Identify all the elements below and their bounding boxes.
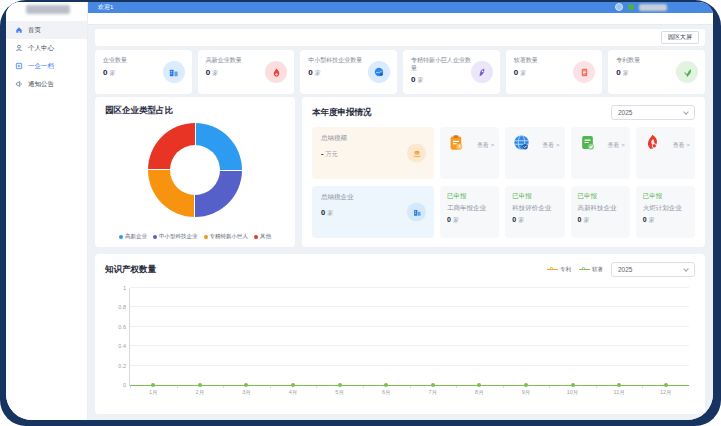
x-axis-tick-label: 4月 — [289, 389, 298, 396]
total-tax-card: 总纳税额 -万元 — [312, 127, 434, 179]
stat-label: 高新企业数量 — [206, 57, 268, 65]
category-status-card: 已申报 工商年报企业 0家 — [440, 186, 499, 238]
category-view-card: 查看 > — [505, 127, 564, 179]
total-tax-unit: 万元 — [326, 151, 338, 157]
data-point[interactable] — [617, 383, 621, 387]
category-name: 高新科技企业 — [578, 204, 623, 213]
app-window: 欢迎1 首页 个人中心 一企一档 — [0, 0, 721, 426]
username-redacted — [639, 4, 667, 11]
stat-unit: 家 — [212, 70, 218, 76]
category-unit: 家 — [518, 217, 524, 223]
y-axis-tick-label: 0.4 — [102, 343, 126, 349]
category-col-annual-report: 查看 > 已申报 工商年报企业 0家 — [440, 127, 499, 238]
y-axis-tick-label: 1 — [102, 285, 126, 291]
x-axis-tick-label: 9月 — [522, 389, 531, 396]
y-axis-tick-label: 0.2 — [102, 363, 126, 369]
view-link[interactable]: 查看 > — [477, 141, 494, 150]
category-col-tech-evaluation: 查看 > 已申报 科技评价企业 0家 — [505, 127, 564, 238]
total-tax-companies-label: 总纳税企业 — [321, 193, 425, 202]
legend-item-hightech[interactable]: 高新企业 — [119, 233, 147, 240]
ip-year-select[interactable]: 2025 — [611, 262, 695, 277]
sidebar-item-enterprise-archive[interactable]: 一企一档 — [6, 57, 87, 75]
stat-card-patents: 专利数量 0家 — [608, 50, 705, 94]
chevron-down-icon — [683, 266, 689, 272]
data-point[interactable] — [338, 383, 342, 387]
legend-item-sme-tech[interactable]: 中小型科技企业 — [153, 233, 198, 240]
stat-value: 0 — [206, 68, 210, 77]
stat-unit: 家 — [520, 70, 526, 76]
report-year-select[interactable]: 2025 — [611, 105, 695, 120]
logo — [26, 5, 70, 14]
sidebar-item-home[interactable]: 首页 — [6, 21, 87, 39]
sidebar-item-notices[interactable]: 通知公告 — [6, 75, 87, 93]
total-tax-companies-card: 总纳税企业 0家 — [312, 186, 434, 238]
stat-value: 0 — [411, 75, 415, 84]
y-axis-tick-label: 0.8 — [102, 304, 126, 310]
home-icon — [15, 26, 23, 34]
data-point[interactable] — [571, 383, 575, 387]
gridline — [130, 306, 689, 307]
total-tax-value: - — [321, 149, 324, 158]
total-tax-companies-unit: 家 — [327, 210, 333, 216]
legend-item-patent[interactable]: 专利 — [547, 266, 571, 273]
category-value: 0 — [447, 216, 451, 223]
data-point[interactable] — [291, 383, 295, 387]
category-name: 工商年报企业 — [447, 204, 492, 213]
x-axis-tick-label: 7月 — [429, 389, 438, 396]
category-status: 已申报 — [512, 192, 557, 201]
gridline — [130, 326, 689, 327]
view-link[interactable]: 查看 > — [673, 141, 690, 150]
data-point[interactable] — [431, 383, 435, 387]
category-status: 已申报 — [578, 192, 623, 201]
data-point[interactable] — [524, 383, 528, 387]
avatar[interactable] — [615, 3, 623, 11]
category-status-card: 已申报 高新科技企业 0家 — [571, 186, 630, 238]
leaf-icon — [676, 61, 698, 83]
sidebar-item-label: 通知公告 — [28, 80, 54, 89]
data-point[interactable] — [477, 383, 481, 387]
app-frame: 欢迎1 首页 个人中心 一企一档 — [6, 2, 713, 420]
data-point[interactable] — [244, 383, 248, 387]
data-point[interactable] — [151, 383, 155, 387]
x-axis-tick-label: 3月 — [242, 389, 251, 396]
category-value: 0 — [512, 216, 516, 223]
stat-label: 中小型科技企业数量 — [308, 57, 370, 65]
donut-legend: 高新企业 中小型科技企业 专精特新小巨人 其他 — [95, 233, 295, 240]
legend-item-other[interactable]: 其他 — [254, 233, 271, 240]
buildings-icon — [163, 61, 185, 83]
category-view-card: 查看 > — [636, 127, 695, 179]
stat-cards-row: 企业数量 0家 高新企业数量 0家 中小型科技企业数量 0家 — [95, 50, 705, 94]
archive-icon — [15, 62, 23, 70]
data-point[interactable] — [198, 383, 202, 387]
category-status: 已申报 — [447, 192, 492, 201]
stat-unit: 家 — [109, 70, 115, 76]
view-link[interactable]: 查看 > — [542, 141, 559, 150]
gridline — [130, 365, 689, 366]
stat-unit: 家 — [623, 70, 629, 76]
category-unit: 家 — [453, 217, 459, 223]
user-area[interactable] — [615, 3, 667, 11]
view-link[interactable]: 查看 > — [608, 141, 625, 150]
legend-item-software[interactable]: 软著 — [579, 266, 603, 273]
sidebar-item-label: 一企一档 — [28, 62, 54, 71]
stat-label: 专精特新小巨人企业数量 — [411, 57, 473, 72]
patent-legend-marker — [547, 267, 558, 272]
data-point[interactable] — [664, 383, 668, 387]
welcome-text: 欢迎1 — [98, 3, 113, 12]
stat-label: 软著数量 — [514, 57, 576, 65]
legend-item-little-giant[interactable]: 专精特新小巨人 — [204, 233, 249, 240]
category-status-card: 已申报 火炬计划企业 0家 — [636, 186, 695, 238]
line-chart-plot: 00.20.40.60.811月2月3月4月5月6月7月8月9月10月11月12… — [129, 288, 689, 386]
y-axis-tick-label: 0 — [102, 382, 126, 388]
ip-panel-title: 知识产权数量 — [105, 264, 156, 276]
enterprise-type-panel: 园区企业类型占比 高新企业 中小型科技企业 专精特新小巨人 其他 — [95, 97, 295, 247]
data-point[interactable] — [384, 383, 388, 387]
sidebar-item-profile[interactable]: 个人中心 — [6, 39, 87, 57]
legend-label: 软著 — [592, 266, 603, 273]
x-axis-tick-label: 11月 — [614, 389, 625, 396]
stat-value: 0 — [103, 68, 107, 77]
software-legend-marker — [579, 267, 590, 272]
legend-label: 专精特新小巨人 — [210, 233, 249, 240]
globe-icon — [512, 133, 531, 152]
park-big-screen-button[interactable]: 园区大屏 — [661, 31, 699, 44]
